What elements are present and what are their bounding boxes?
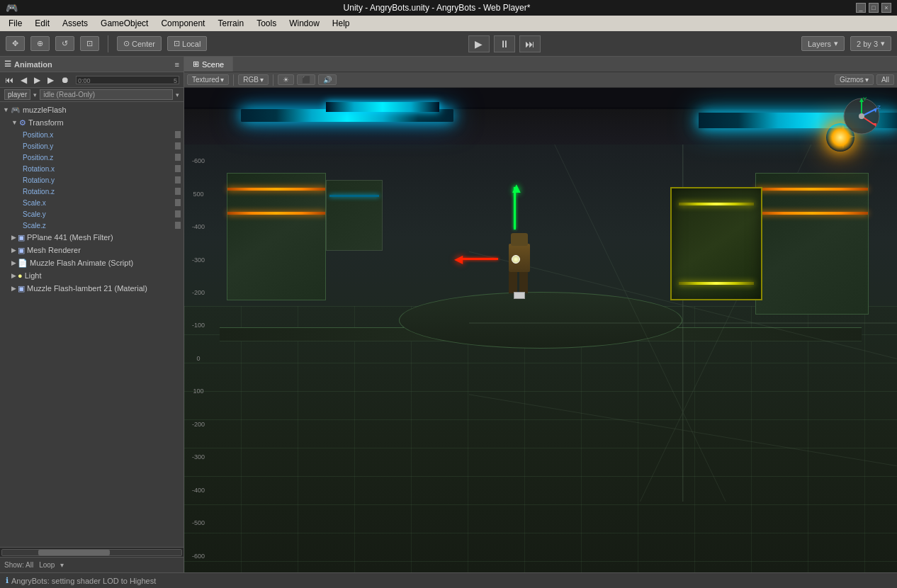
window-controls[interactable]: _ □ ×	[856, 3, 891, 13]
tree-item-light[interactable]: ▶ ● Light	[0, 269, 184, 282]
maximize-button[interactable]: □	[869, 3, 879, 13]
panel-settings-icon[interactable]: ≡	[175, 60, 179, 69]
prop-scale-x[interactable]: Scale.x	[20, 197, 184, 208]
menu-tools[interactable]: Tools	[251, 17, 282, 30]
left-scrollbar[interactable]	[0, 547, 184, 557]
menu-window[interactable]: Window	[283, 17, 325, 30]
fx-toggle[interactable]: ⬛	[297, 74, 315, 85]
shading-mode-selector[interactable]: Textured ▾	[187, 74, 229, 85]
lighting-toggle[interactable]: ☀	[278, 74, 294, 85]
prop-position-z[interactable]: Position.z	[20, 152, 184, 163]
layout-dropdown[interactable]: 2 by 3 ▾	[850, 36, 891, 51]
script-icon: 📄	[18, 259, 28, 268]
tree-item-muzzle-animate[interactable]: ▶ 📄 Muzzle Flash Animate (Script)	[0, 256, 184, 269]
cyan-light-panel-small	[326, 102, 439, 112]
timeline-start: 0:00	[78, 77, 91, 84]
right-sci-box-large	[755, 173, 869, 315]
tree-item-transform[interactable]: ▼ ⚙ Transform	[0, 116, 184, 129]
menu-edit[interactable]: Edit	[29, 17, 55, 30]
tree-item-pplane[interactable]: ▶ ▣ PPlane 441 (Mesh Filter)	[0, 231, 184, 244]
timeline-end: 5	[174, 77, 177, 84]
color-mode-selector[interactable]: RGB ▾	[238, 74, 269, 85]
dropdown-arrow-icon-2: ▾	[176, 91, 179, 98]
prop-label-rotation-z: Rotation.z	[23, 188, 55, 196]
prop-position-y[interactable]: Position.y	[20, 140, 184, 152]
play-button[interactable]: ▶	[468, 35, 490, 52]
prop-rotation-y[interactable]: Rotation.y	[20, 174, 184, 186]
transform-center-button[interactable]: ⊙ Center	[117, 36, 162, 51]
scene-tb-separator-1	[233, 74, 234, 86]
navigation-compass[interactable]: Y Z	[840, 95, 883, 137]
step-button[interactable]: ⏭	[519, 35, 541, 52]
toolbar-right: Layers ▾ 2 by 3 ▾	[801, 36, 891, 51]
gameobject-icon: 🎮	[11, 106, 21, 115]
scene-viewport[interactable]: ✦	[184, 88, 897, 572]
menu-terrain[interactable]: Terrain	[212, 17, 249, 30]
circular-platform	[399, 292, 682, 349]
menu-assets[interactable]: Assets	[57, 17, 94, 30]
tree-arrow-light: ▶	[11, 272, 16, 279]
animation-clip-selector[interactable]: idle (Read-Only)	[40, 89, 173, 100]
prop-label-scale-x: Scale.x	[23, 199, 46, 207]
gizmos-button[interactable]: Gizmos ▾	[835, 74, 874, 85]
prop-bar-position-x	[175, 131, 181, 138]
tool-move[interactable]: ⊕	[30, 36, 50, 51]
all-selector[interactable]: All	[876, 74, 894, 85]
anim-play-button[interactable]: ▶	[32, 74, 43, 86]
character-body: ▲ ◀	[498, 230, 541, 300]
scrollbar-track[interactable]	[1, 549, 182, 556]
anim-prev-button[interactable]: ◀	[18, 74, 29, 86]
panel-menu-icon[interactable]: ☰	[4, 60, 11, 69]
tree-item-material[interactable]: ▶ ▣ Muzzle Flash-lambert 21 (Material)	[0, 282, 184, 295]
tree-label-mesh-renderer: Mesh Renderer	[27, 246, 81, 254]
menu-file[interactable]: File	[3, 17, 28, 30]
anim-header-left: ☰ Animation	[4, 60, 52, 69]
anim-record-button[interactable]: ⏺	[59, 74, 72, 86]
status-bar: ℹ AngryBots: setting shader LOD to Highe…	[0, 572, 897, 588]
material-icon: ▣	[18, 284, 25, 293]
close-button[interactable]: ×	[881, 3, 891, 13]
tool-hand[interactable]: ✥	[6, 36, 25, 51]
audio-toggle[interactable]: 🔊	[318, 74, 337, 85]
title-icon: 🎮	[6, 2, 18, 13]
prop-rotation-z[interactable]: Rotation.z	[20, 186, 184, 197]
prop-bar-rotation-z	[175, 188, 181, 195]
menu-component[interactable]: Component	[155, 17, 210, 30]
anim-next-button[interactable]: ▶	[45, 74, 56, 86]
tree-label-pplane: PPlane 441 (Mesh Filter)	[27, 233, 113, 242]
transform-local-button[interactable]: ⊡ Local	[167, 36, 207, 51]
menu-help[interactable]: Help	[327, 17, 356, 30]
prop-label-position-y: Position.y	[23, 142, 53, 150]
all-label: All	[881, 76, 889, 84]
tree-item-muzzleflash[interactable]: ▼ 🎮 muzzleFlash	[0, 103, 184, 116]
center-label: Center	[132, 40, 155, 48]
fx-icon: ⬛	[302, 76, 310, 84]
shading-mode-label: Textured	[192, 76, 219, 84]
tool-scale[interactable]: ⊡	[80, 36, 99, 51]
prop-scale-y[interactable]: Scale.y	[20, 208, 184, 220]
minimize-button[interactable]: _	[856, 3, 866, 13]
tree-label-transform: Transform	[28, 118, 64, 127]
pause-button[interactable]: ⏸	[494, 35, 515, 52]
tree-item-mesh-renderer[interactable]: ▶ ▣ Mesh Renderer	[0, 244, 184, 256]
scrollbar-thumb[interactable]	[38, 550, 110, 555]
loop-label: Loop	[39, 561, 55, 569]
anim-rewind-button[interactable]: ⏮	[3, 74, 16, 86]
chevron-icon: ▾	[60, 561, 64, 569]
prop-position-x[interactable]: Position.x	[20, 129, 184, 140]
prop-bar-scale-z	[175, 222, 181, 229]
scene-tab[interactable]: ⊞ Scene	[184, 57, 233, 72]
gizmo-x-arrow: ◀	[454, 252, 463, 266]
layers-dropdown[interactable]: Layers ▾	[801, 36, 845, 51]
prop-scale-z[interactable]: Scale.z	[20, 220, 184, 231]
tree-expand-arrow-transform: ▼	[11, 119, 18, 126]
tool-rotate[interactable]: ↺	[55, 36, 74, 51]
player-object-selector[interactable]: player	[4, 89, 30, 100]
timeline-track[interactable]: 0:00 5	[76, 76, 179, 84]
prop-rotation-x[interactable]: Rotation.x	[20, 163, 184, 174]
prop-label-scale-y: Scale.y	[23, 210, 46, 218]
mesh-filter-icon: ▣	[18, 233, 25, 242]
tree-label-material: Muzzle Flash-lambert 21 (Material)	[27, 284, 147, 293]
tree-label-light: Light	[25, 271, 42, 280]
menu-gameobject[interactable]: GameObject	[95, 17, 154, 30]
